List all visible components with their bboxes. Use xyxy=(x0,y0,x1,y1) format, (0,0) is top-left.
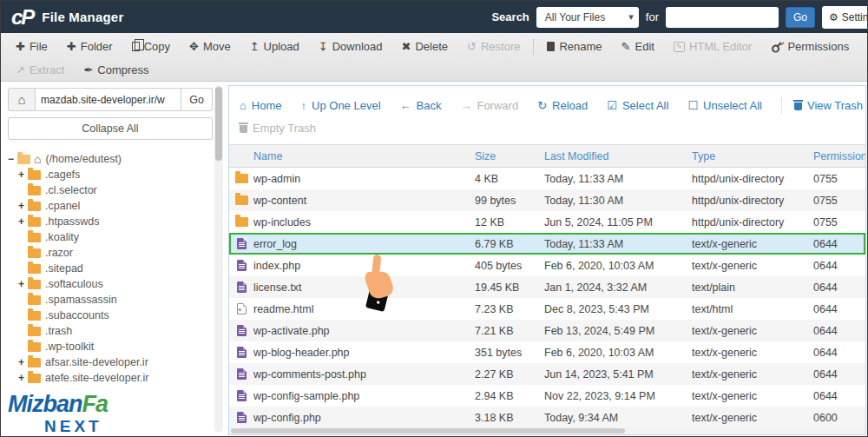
cell-type: text/x-generic xyxy=(692,368,813,381)
extract-icon: ↗ xyxy=(16,64,25,76)
nav-select-all-button[interactable]: ☑Select All xyxy=(607,99,668,112)
file-type-icon xyxy=(235,217,248,227)
table-row[interactable]: wp-blog-header.php 351 bytes Feb 6, 2020… xyxy=(229,341,865,363)
nav-reload-button[interactable]: ↻Reload xyxy=(537,99,588,112)
table-row[interactable]: wp-admin 4 KB Today, 11:33 AM httpd/unix… xyxy=(229,168,865,189)
header-size[interactable]: Size xyxy=(475,150,544,162)
search-input[interactable] xyxy=(666,7,779,28)
delete-button[interactable]: ✖Delete xyxy=(392,40,457,53)
html-editor-button[interactable]: ✎HTML Editor xyxy=(664,40,761,53)
tree-expander[interactable]: + xyxy=(18,215,28,228)
table-row[interactable]: wp-comments-post.php 2.27 KB Jun 14, 202… xyxy=(229,363,865,385)
tree-item[interactable]: .sitepad xyxy=(8,261,213,276)
horizontal-scrollbar[interactable] xyxy=(229,427,865,434)
settings-label: Settings xyxy=(842,11,867,23)
cell-permissions: 0600 xyxy=(813,412,866,424)
search-scope-select[interactable]: All Your Files ▾ xyxy=(536,7,639,28)
move-button[interactable]: ✥Move xyxy=(180,40,240,53)
header-last-modified[interactable]: Last Modified xyxy=(544,150,692,162)
file-table: Name Size Last Modified Type Permissions… xyxy=(229,144,865,428)
tree-item[interactable]: .spamassassin xyxy=(8,292,213,308)
folder-icon xyxy=(28,327,41,336)
settings-button[interactable]: ⚙ Settings xyxy=(822,6,867,29)
cell-type: text/x-generic xyxy=(692,260,813,272)
upload-button[interactable]: ↥Upload xyxy=(240,40,309,53)
cell-size: 19.45 KB xyxy=(475,281,544,294)
tree-item[interactable]: .cl.selector xyxy=(8,182,213,198)
folder-button[interactable]: ✚Folder xyxy=(57,40,122,53)
view-button[interactable]: View xyxy=(858,40,868,53)
table-row[interactable]: wp-includes 12 KB Jun 5, 2024, 11:05 PM … xyxy=(229,211,865,233)
table-row[interactable]: license.txt 19.45 KB Jan 1, 2024, 3:32 A… xyxy=(229,276,865,298)
tree-expander[interactable]: + xyxy=(18,372,28,384)
collapse-all-button[interactable]: Collapse All xyxy=(8,117,213,140)
cell-permissions: 0644 xyxy=(813,281,866,294)
pencil-square-icon: ✎ xyxy=(674,42,685,52)
file-button[interactable]: ✚File xyxy=(6,40,57,53)
tree-expander[interactable]: + xyxy=(18,200,28,212)
cell-name: readme.html xyxy=(253,303,475,315)
copy-button[interactable]: Copy xyxy=(122,40,180,53)
tree-item[interactable]: + .cagefs xyxy=(8,167,213,182)
path-input[interactable] xyxy=(36,88,181,111)
header-type[interactable]: Type xyxy=(692,150,813,162)
tree-expander[interactable]: + xyxy=(18,169,28,181)
extract-button[interactable]: ↗Extract xyxy=(6,63,74,76)
cell-type: text/html xyxy=(692,303,813,315)
tree-root[interactable]: − ⌂ (/home/edutest) xyxy=(8,151,213,167)
for-label: for xyxy=(646,10,659,23)
restore-button[interactable]: ↺Restore xyxy=(457,40,529,53)
nav-unselect-all-button[interactable]: ☐Unselect All xyxy=(687,99,762,112)
edit-button[interactable]: ✎Edit xyxy=(612,40,664,53)
table-row[interactable]: wp-config.php 3.18 KB Today, 9:34 AM tex… xyxy=(229,407,865,428)
tree-item[interactable]: + atefe.site-developer.ir xyxy=(8,370,213,386)
folder-icon xyxy=(28,248,41,258)
tree-item[interactable]: + .softaculous xyxy=(8,276,213,292)
nav-back-button[interactable]: ←Back xyxy=(400,99,442,112)
nav-up-one-level-button[interactable]: ↑Up One Level xyxy=(301,99,381,112)
nav-home-button[interactable]: ⌂Home xyxy=(240,99,282,112)
tree-expander[interactable]: + xyxy=(18,356,28,368)
tree-item[interactable]: .trash xyxy=(8,323,213,339)
table-row[interactable]: error_log 6.79 KB Today, 11:33 AM text/x… xyxy=(229,233,865,255)
cell-last-modified: Jun 14, 2023, 5:41 PM xyxy=(544,368,692,381)
directory-tree: − ⌂ (/home/edutest) + .cagefs xyxy=(8,151,213,386)
rename-button[interactable]: Rename xyxy=(537,40,611,53)
sidebar: ⌂ Go Collapse All − ⌂ (/home/edutest) + xyxy=(8,88,213,434)
tree-expander[interactable]: + xyxy=(18,278,28,290)
home-icon: ⌂ xyxy=(34,152,41,166)
header-name[interactable]: Name xyxy=(253,150,475,162)
download-button[interactable]: ↧Download xyxy=(309,40,392,53)
tree-item[interactable]: .koality xyxy=(8,229,213,245)
tree-collapse-expander[interactable]: − xyxy=(8,153,17,165)
tree-item[interactable]: + afsar.site-developer.ir xyxy=(8,354,213,370)
folder-icon xyxy=(28,280,41,289)
file-type-icon xyxy=(237,325,247,336)
cell-name: wp-content xyxy=(253,195,475,207)
cell-type: text/plain xyxy=(692,281,813,294)
tree-item[interactable]: .wp-toolkit xyxy=(8,339,213,354)
cell-last-modified: Today, 11:33 AM xyxy=(544,238,692,250)
search-go-button[interactable]: Go xyxy=(786,7,815,28)
table-row[interactable]: index.php 405 bytes Feb 6, 2020, 10:03 A… xyxy=(229,255,865,276)
path-go-button[interactable]: Go xyxy=(181,88,213,111)
header-permissions[interactable]: Permissions xyxy=(813,150,866,162)
table-row[interactable]: readme.html 7.23 KB Dec 8, 2023, 5:43 PM… xyxy=(229,298,865,320)
nav-empty-trash-button[interactable]: Empty Trash xyxy=(240,122,316,135)
sidebar-scrollbar[interactable] xyxy=(214,85,223,433)
permissions-button[interactable]: Permissions xyxy=(761,40,858,53)
tree-item[interactable]: .subaccounts xyxy=(8,308,213,323)
compress-button[interactable]: ✒Compress xyxy=(74,63,158,76)
table-row[interactable]: wp-activate.php 7.21 KB Feb 13, 2024, 5:… xyxy=(229,320,865,341)
tree-item[interactable]: + .cpanel xyxy=(8,198,213,214)
table-row[interactable]: wp-config-sample.php 2.94 KB Nov 22, 202… xyxy=(229,385,865,407)
nav-view-trash-button[interactable]: View Trash xyxy=(794,99,863,112)
cell-last-modified: Today, 9:34 AM xyxy=(544,412,692,424)
folder-icon xyxy=(28,374,41,383)
tree-item[interactable]: .razor xyxy=(8,245,213,261)
tree-item[interactable]: + .htpasswds xyxy=(8,214,213,229)
nav-forward-button[interactable]: →Forward xyxy=(460,99,518,112)
cell-permissions: 0644 xyxy=(813,238,866,250)
table-row[interactable]: wp-content 99 bytes Today, 11:30 AM http… xyxy=(229,189,865,211)
home-button[interactable]: ⌂ xyxy=(8,88,36,111)
